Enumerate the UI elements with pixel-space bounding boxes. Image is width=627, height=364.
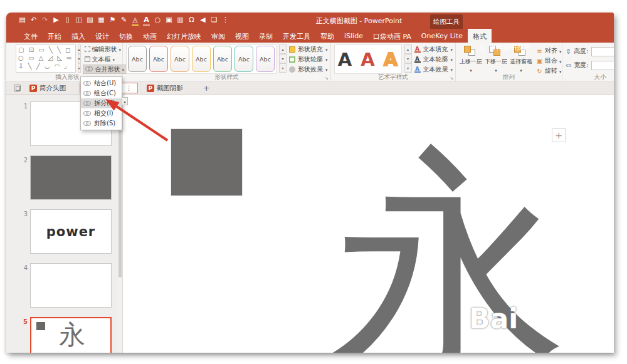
menu-tab[interactable]: 视图	[230, 29, 254, 43]
merge-menu-item[interactable]: 组合(C)	[81, 88, 122, 98]
copy-slide-icon[interactable]: ❏	[211, 16, 218, 26]
open-folder-icon[interactable]: ▨	[87, 16, 93, 26]
menu-tab[interactable]: 文件	[19, 29, 43, 43]
merge-shapes-button[interactable]: 合并形状	[83, 65, 127, 74]
fill-bucket-icon[interactable]: ◬	[132, 16, 139, 26]
menu-tab[interactable]: 幻灯片放映	[162, 29, 206, 43]
shapes-gallery-row[interactable]: ▢ ⊡ ▭ ╲ ╲ ◻	[18, 46, 73, 54]
merge-menu-item[interactable]: 相交(I)	[81, 108, 122, 118]
chevron-down-icon	[451, 66, 453, 73]
menu-tab[interactable]: OneKey Lite	[416, 29, 468, 43]
arrange-small-button[interactable]: ≡ 对齐	[536, 46, 562, 55]
menu-tab[interactable]: 审阅	[206, 29, 230, 43]
text-box-button[interactable]: 文本框	[83, 55, 127, 64]
merge-menu-item[interactable]: 拆分(F)	[81, 98, 122, 108]
tab-manager-icon[interactable]	[14, 85, 21, 91]
share-person-icon[interactable]: Ω	[188, 16, 195, 26]
slide-thumbnail-3[interactable]: power	[30, 209, 112, 254]
gallery-scroll-arrow[interactable]: ▾	[78, 63, 81, 73]
dialog-launcher-icon[interactable]	[450, 76, 453, 81]
menu-tab[interactable]: 格式	[468, 29, 492, 43]
menu-tab[interactable]: 口袋动画 PA	[368, 29, 416, 43]
merge-option-icon	[83, 121, 92, 127]
qat-more-icon[interactable]: ⋮	[222, 16, 229, 26]
size-field[interactable]: ⇕ 高度:	[566, 44, 614, 58]
size-input[interactable]	[591, 47, 614, 56]
doc-tab[interactable]: P 截图阴影	[142, 83, 193, 93]
menu-tab[interactable]: 切换	[114, 29, 138, 43]
drawing-tools-context-header: 绘图工具	[430, 14, 463, 29]
redo-icon[interactable]: ↷	[41, 16, 48, 26]
oval-shape-icon[interactable]: ○	[154, 16, 161, 26]
gallery-scroll-arrow[interactable]: ▴	[404, 44, 412, 54]
arrange-small-button[interactable]: ▣ 组合	[536, 56, 562, 65]
undo-icon[interactable]: ↶	[30, 16, 37, 26]
yong-character-shape[interactable]: 永	[330, 145, 568, 353]
menu-tab[interactable]: 帮助	[315, 29, 339, 43]
flag-icon[interactable]: ⚑	[109, 16, 116, 26]
shape-style-chip[interactable]: Abc	[171, 46, 189, 72]
text-tool-button[interactable]: A 文本填充	[414, 44, 453, 54]
size-input[interactable]	[591, 61, 614, 70]
font-color-icon[interactable]: A	[143, 16, 150, 26]
menu-tab[interactable]: 录制	[254, 29, 278, 43]
edit-shape-button[interactable]: 编辑形状	[83, 44, 127, 54]
text-tool-button[interactable]: A 文本效果	[414, 65, 453, 74]
wordart-sample[interactable]: A	[361, 50, 374, 69]
wordart-sample[interactable]: A	[338, 50, 352, 69]
menu-tab[interactable]: 动画	[138, 29, 162, 43]
gallery-scroll-arrow[interactable]: ▾	[279, 54, 287, 63]
shapes-gallery[interactable]: ▢ ⊡ ▭ ╲ ╲ ◻○ ▭ △ ◿ ◺ ⇨⇩ ╲ ╱ ◡ ◠ ◞	[16, 44, 76, 73]
shape-tool-button[interactable]: 形状效果	[289, 65, 328, 74]
gallery-scroll-arrow[interactable]: ▾	[404, 54, 412, 63]
shape-style-chip[interactable]: Abc	[234, 46, 253, 72]
shape-tool-button[interactable]: 形状填充	[289, 44, 328, 54]
shape-style-chip[interactable]: Abc	[192, 46, 211, 72]
tab-more-icon[interactable]: ⋮	[126, 85, 132, 91]
shapes-gallery-row[interactable]: ○ ▭ △ ◿ ◺ ⇨	[18, 54, 73, 62]
add-tab-button[interactable]: +	[203, 83, 210, 93]
picture-icon[interactable]: ▣	[166, 16, 172, 26]
gallery-scroll-arrow[interactable]: ▴	[78, 44, 81, 54]
new-file-icon[interactable]: ▯	[64, 16, 71, 26]
arrange-big-button[interactable]: 上移一层	[459, 44, 483, 76]
shapes-gallery-row[interactable]: ⇩ ╲ ╱ ◡ ◠ ◞	[18, 62, 73, 70]
table-icon[interactable]: ▦	[98, 16, 105, 26]
gallery-scroll-arrow[interactable]: ▾	[279, 63, 287, 73]
menu-tab[interactable]: 开发工具	[278, 29, 315, 43]
save-icon[interactable]: ▤	[19, 16, 26, 26]
shape-tool-button[interactable]: 形状轮廓	[289, 55, 328, 64]
size-field[interactable]: ⇔ 宽度:	[566, 58, 614, 72]
shape-style-chip[interactable]: Abc	[128, 46, 147, 72]
doc-tab[interactable]: P 简介头图	[24, 83, 76, 93]
audio-icon[interactable]: ◀	[199, 16, 206, 26]
gallery-scroll-arrow[interactable]: ▾	[78, 54, 81, 63]
merge-menu-item[interactable]: 剪除(S)	[81, 118, 122, 128]
menu-tab[interactable]: iSlide	[339, 29, 368, 43]
shape-style-chip[interactable]: Abc	[213, 46, 232, 72]
shape-style-chip[interactable]: Abc	[149, 46, 168, 72]
tell-me-search[interactable]: 操作说明搜索	[480, 43, 530, 52]
print-preview-icon[interactable]: ◫	[75, 16, 82, 26]
menu-tab[interactable]: 设计	[90, 29, 114, 43]
dialog-launcher-icon[interactable]	[325, 76, 329, 81]
gray-square-shape[interactable]	[171, 128, 243, 196]
chart-icon[interactable]: ▥	[177, 16, 184, 26]
menu-tab[interactable]: 开始	[43, 29, 66, 43]
menu-tab[interactable]: 插入	[66, 29, 90, 43]
wordart-sample[interactable]: A	[384, 50, 398, 69]
sidebar-scrollbar[interactable]	[118, 95, 122, 353]
slide-thumbnail-4[interactable]	[30, 263, 112, 308]
merge-menu-item[interactable]: 结合(U)	[81, 78, 122, 88]
text-box-icon	[85, 56, 90, 62]
slide-thumbnail-5[interactable]: 永	[30, 317, 112, 353]
slide-canvas[interactable]: + 永 Bai	[123, 95, 614, 353]
scroll-up-button[interactable]: ▲	[122, 97, 128, 105]
text-tool-button[interactable]: A 文本轮廓	[414, 55, 453, 64]
gallery-scroll-arrow[interactable]: ▴	[279, 44, 287, 54]
start-slideshow-icon[interactable]: ▶	[53, 16, 60, 26]
pen-icon[interactable]: ✎	[120, 16, 127, 26]
shape-style-chip[interactable]: Abc	[256, 46, 275, 72]
gallery-scroll-arrow[interactable]: ▾	[404, 63, 412, 73]
slide-thumbnail-2[interactable]	[30, 155, 112, 200]
